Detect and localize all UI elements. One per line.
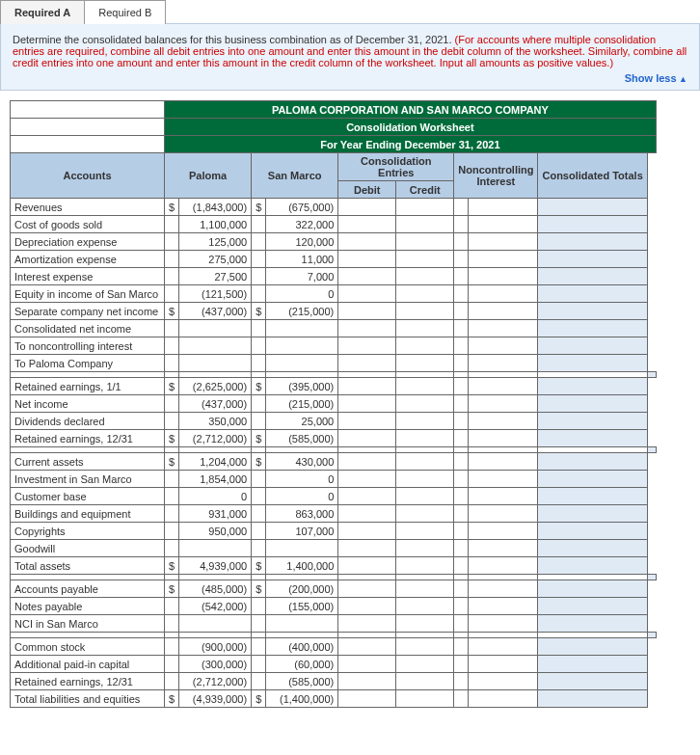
nci-cell <box>468 638 538 656</box>
credit-input[interactable] <box>396 268 454 285</box>
debit-input[interactable] <box>338 523 396 540</box>
sanmarco-cell: (395,000) <box>266 378 338 395</box>
debit-input[interactable] <box>338 580 396 598</box>
nci-symbol <box>454 199 469 216</box>
debit-input[interactable] <box>338 251 396 268</box>
debit-cell <box>338 320 396 337</box>
totals-cell <box>538 216 647 233</box>
credit-cell <box>396 615 454 633</box>
credit-input[interactable] <box>396 598 454 615</box>
debit-input[interactable] <box>338 598 396 615</box>
sanmarco-cell <box>266 355 338 372</box>
currency-symbol: $ <box>165 580 179 598</box>
debit-input[interactable] <box>338 673 396 690</box>
credit-input[interactable] <box>396 285 454 303</box>
credit-input[interactable] <box>396 216 454 233</box>
debit-input[interactable] <box>338 413 396 430</box>
nci-cell <box>468 471 538 488</box>
nci-symbol <box>454 303 469 320</box>
nci-symbol <box>454 216 469 233</box>
account-cell: Total assets <box>11 557 165 575</box>
credit-input[interactable] <box>396 656 454 673</box>
nci-symbol <box>454 488 469 505</box>
debit-cell <box>338 355 396 372</box>
debit-input[interactable] <box>338 378 396 395</box>
debit-input[interactable] <box>338 488 396 505</box>
currency-symbol <box>252 251 266 268</box>
totals-cell <box>538 471 647 488</box>
debit-cell <box>338 540 396 557</box>
currency-symbol: $ <box>252 430 266 447</box>
credit-input[interactable] <box>396 413 454 430</box>
sanmarco-cell: 11,000 <box>266 251 338 268</box>
nci-cell <box>468 615 538 633</box>
totals-cell <box>538 355 647 372</box>
currency-symbol: $ <box>165 199 179 216</box>
debit-input[interactable] <box>338 216 396 233</box>
table-row: Current assets$1,204,000$430,000 <box>11 453 657 471</box>
paloma-cell: (4,939,000) <box>179 690 252 708</box>
credit-input[interactable] <box>396 453 454 471</box>
debit-input[interactable] <box>338 505 396 523</box>
credit-input[interactable] <box>396 673 454 690</box>
debit-input[interactable] <box>338 395 396 413</box>
sheet-title-3: For Year Ending December 31, 2021 <box>165 136 657 153</box>
currency-symbol <box>165 285 179 303</box>
currency-symbol <box>165 337 179 355</box>
debit-input[interactable] <box>338 199 396 216</box>
account-cell: Investment in San Marco <box>11 471 165 488</box>
sanmarco-cell: 0 <box>266 285 338 303</box>
credit-input[interactable] <box>396 233 454 251</box>
nci-symbol <box>454 268 469 285</box>
credit-input[interactable] <box>396 251 454 268</box>
hdr-totals: Consolidated Totals <box>538 153 647 199</box>
currency-symbol <box>252 395 266 413</box>
credit-input[interactable] <box>396 471 454 488</box>
totals-cell <box>538 233 647 251</box>
credit-input[interactable] <box>396 395 454 413</box>
nci-symbol <box>454 337 469 355</box>
tab-required-a[interactable]: Required A <box>0 0 85 24</box>
debit-cell <box>338 615 396 633</box>
debit-input[interactable] <box>338 233 396 251</box>
instruction-text: Determine the consolidated balances for … <box>13 34 455 45</box>
credit-input[interactable] <box>396 523 454 540</box>
totals-cell <box>538 690 647 708</box>
currency-symbol <box>252 337 266 355</box>
currency-symbol <box>165 505 179 523</box>
credit-input[interactable] <box>396 378 454 395</box>
totals-cell <box>538 395 647 413</box>
debit-input[interactable] <box>338 285 396 303</box>
nci-cell <box>468 216 538 233</box>
debit-input[interactable] <box>338 453 396 471</box>
account-cell: Customer base <box>11 488 165 505</box>
debit-input[interactable] <box>338 656 396 673</box>
paloma-cell: (1,843,000) <box>179 199 252 216</box>
tab-required-b[interactable]: Required B <box>85 0 166 24</box>
paloma-cell: (542,000) <box>179 598 252 615</box>
show-less-button[interactable]: Show less <box>13 72 687 84</box>
currency-symbol <box>252 673 266 690</box>
credit-input[interactable] <box>396 580 454 598</box>
credit-input[interactable] <box>396 638 454 656</box>
debit-input[interactable] <box>338 268 396 285</box>
totals-cell <box>538 638 647 656</box>
credit-input[interactable] <box>396 505 454 523</box>
debit-input[interactable] <box>338 471 396 488</box>
totals-cell <box>538 557 647 575</box>
table-row: Consolidated net income <box>11 320 657 337</box>
paloma-cell: 1,100,000 <box>179 216 252 233</box>
paloma-cell: 1,854,000 <box>179 471 252 488</box>
currency-symbol <box>165 251 179 268</box>
totals-cell <box>538 598 647 615</box>
nci-cell <box>468 199 538 216</box>
credit-input[interactable] <box>396 199 454 216</box>
credit-input[interactable] <box>396 488 454 505</box>
sanmarco-cell: 7,000 <box>266 268 338 285</box>
currency-symbol <box>252 656 266 673</box>
paloma-cell: (300,000) <box>179 656 252 673</box>
nci-cell <box>468 233 538 251</box>
account-cell: Total liabilities and equities <box>11 690 165 708</box>
nci-cell <box>468 251 538 268</box>
debit-input[interactable] <box>338 638 396 656</box>
